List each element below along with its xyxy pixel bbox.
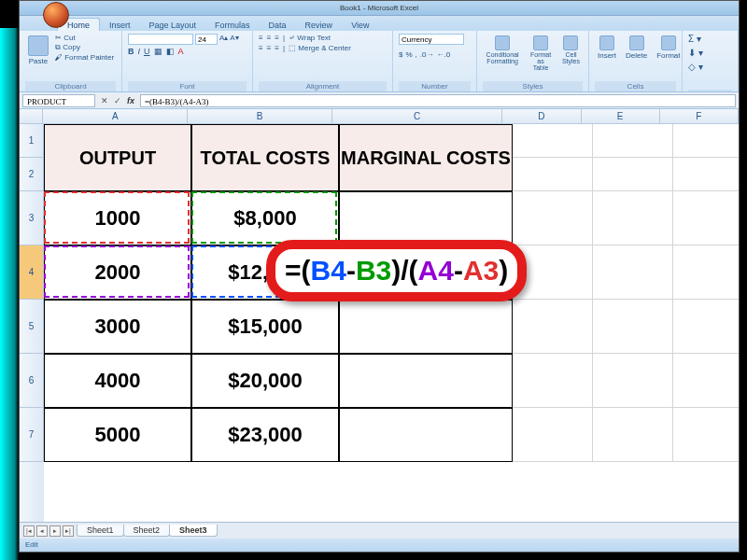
autosum-button[interactable]: Σ ▾	[688, 34, 701, 44]
tab-review[interactable]: Review	[296, 19, 343, 31]
cancel-formula-button[interactable]: ✕	[98, 94, 111, 107]
sheet-tab-2[interactable]: Sheet2	[123, 525, 171, 537]
paste-button[interactable]: Paste	[25, 34, 51, 67]
percent-icon[interactable]: %	[405, 50, 412, 59]
align-left-icon[interactable]: ≡	[259, 44, 263, 52]
cell-D1[interactable]	[513, 124, 593, 158]
cell-E6[interactable]	[593, 354, 673, 408]
row-header-5[interactable]: 5	[20, 300, 44, 354]
sheet-nav-first[interactable]: |◂	[23, 525, 35, 537]
sheet-nav-last[interactable]: ▸|	[63, 525, 74, 537]
cell-C7[interactable]	[339, 408, 513, 462]
cell-D3[interactable]	[513, 191, 593, 245]
delete-cells-button[interactable]: Delete	[623, 34, 650, 62]
font-name-input[interactable]	[128, 34, 193, 45]
cell-B6[interactable]: $20,000	[191, 354, 339, 408]
cell-A6[interactable]: 4000	[44, 354, 191, 408]
font-size-input[interactable]	[195, 34, 218, 45]
col-header-F[interactable]: F	[660, 109, 739, 124]
cell-F6[interactable]	[673, 354, 739, 408]
enter-formula-button[interactable]: ✓	[111, 94, 124, 107]
cell-A5[interactable]: 3000	[44, 300, 191, 354]
row-header-7[interactable]: 7	[20, 408, 44, 462]
format-cells-button[interactable]: Format	[654, 34, 683, 62]
align-bot-icon[interactable]: ≡	[275, 34, 279, 42]
office-button[interactable]	[43, 2, 69, 28]
cell-styles-button[interactable]: Cell Styles	[559, 34, 583, 66]
spreadsheet-grid[interactable]: ABCDEF 1234567 OUTPUTTOTAL COSTSMARGINAL…	[20, 109, 739, 522]
dec-decimal-icon[interactable]: ←.0	[436, 50, 450, 59]
header-total-costs[interactable]: TOTAL COSTS	[191, 124, 339, 191]
cell-F7[interactable]	[673, 408, 739, 462]
cell-E1[interactable]	[593, 124, 673, 158]
cell-F3[interactable]	[673, 191, 739, 245]
cell-F2[interactable]	[673, 158, 739, 191]
header-output[interactable]: OUTPUT	[44, 124, 191, 191]
cell-A4[interactable]: 2000	[44, 245, 191, 300]
cell-D6[interactable]	[513, 354, 593, 408]
cell-F4[interactable]	[673, 245, 739, 300]
cell-D2[interactable]	[513, 158, 593, 191]
cell-E3[interactable]	[593, 191, 673, 245]
merge-center-button[interactable]: ⬚ Merge & Center	[289, 44, 351, 52]
currency-icon[interactable]: $	[399, 50, 402, 59]
cell-B5[interactable]: $15,000	[191, 300, 339, 354]
tab-page-layout[interactable]: Page Layout	[140, 19, 206, 31]
cell-E7[interactable]	[593, 408, 673, 462]
row-header-3[interactable]: 3	[20, 191, 44, 245]
sheet-tab-3[interactable]: Sheet3	[169, 525, 218, 537]
cut-button[interactable]: ✂ Cut	[55, 34, 114, 42]
font-color-button[interactable]: A	[178, 47, 184, 56]
tab-data[interactable]: Data	[260, 19, 296, 31]
row-header-6[interactable]: 6	[20, 354, 44, 408]
comma-icon[interactable]: ,	[416, 50, 417, 59]
align-mid-icon[interactable]: ≡	[267, 34, 272, 42]
format-painter-button[interactable]: 🖌 Format Painter	[55, 53, 114, 62]
row-header-4[interactable]: 4	[20, 245, 44, 300]
align-top-icon[interactable]: ≡	[259, 34, 263, 42]
clear-button[interactable]: ◇ ▾	[688, 62, 703, 72]
formula-input[interactable]: =(B4-B3)/(A4-A3)	[140, 94, 736, 107]
decrease-font-icon[interactable]: A▾	[230, 34, 238, 45]
insert-cells-button[interactable]: Insert	[595, 34, 619, 62]
increase-font-icon[interactable]: A▴	[219, 34, 228, 45]
tab-view[interactable]: View	[342, 19, 378, 31]
col-header-D[interactable]: D	[502, 109, 581, 124]
cell-E2[interactable]	[593, 158, 673, 191]
cell-B3[interactable]: $8,000	[191, 191, 339, 245]
col-header-B[interactable]: B	[188, 109, 332, 124]
col-header-C[interactable]: C	[332, 109, 502, 124]
fx-button[interactable]: fx	[124, 94, 137, 107]
align-right-icon[interactable]: ≡	[275, 44, 279, 52]
format-as-table-button[interactable]: Format as Table	[526, 34, 556, 73]
cell-C3[interactable]	[339, 191, 513, 245]
align-center-icon[interactable]: ≡	[267, 44, 272, 52]
cell-D7[interactable]	[513, 408, 593, 462]
sheet-nav-next[interactable]: ▸	[49, 525, 61, 537]
fill-color-button[interactable]: ◧	[166, 47, 175, 56]
header-marginal-costs[interactable]: MARGINAL COSTS	[339, 124, 513, 191]
cell-A3[interactable]: 1000	[44, 191, 191, 245]
sheet-tab-1[interactable]: Sheet1	[77, 525, 124, 537]
wrap-text-button[interactable]: ⤶ Wrap Text	[289, 34, 331, 42]
row-header-2[interactable]: 2	[20, 158, 44, 191]
italic-button[interactable]: I	[138, 47, 141, 56]
sheet-nav-prev[interactable]: ◂	[36, 525, 48, 537]
row-header-1[interactable]: 1	[20, 124, 44, 158]
name-box[interactable]: PRODUCT	[22, 94, 95, 107]
bold-button[interactable]: B	[128, 47, 134, 56]
fill-button[interactable]: ⬇ ▾	[688, 48, 703, 58]
cell-E5[interactable]	[593, 300, 673, 354]
copy-button[interactable]: ⧉ Copy	[55, 43, 114, 52]
underline-button[interactable]: U	[144, 47, 150, 56]
inc-decimal-icon[interactable]: .0→	[420, 50, 434, 59]
cell-B7[interactable]: $23,000	[191, 408, 339, 462]
conditional-formatting-button[interactable]: Conditional Formatting	[483, 34, 522, 66]
tab-formulas[interactable]: Formulas	[205, 19, 260, 31]
cell-F5[interactable]	[673, 300, 739, 354]
cell-E4[interactable]	[593, 245, 673, 300]
cell-A7[interactable]: 5000	[44, 408, 191, 462]
cell-C6[interactable]	[339, 354, 513, 408]
col-header-E[interactable]: E	[582, 109, 660, 124]
border-button[interactable]: ▦	[154, 47, 162, 56]
